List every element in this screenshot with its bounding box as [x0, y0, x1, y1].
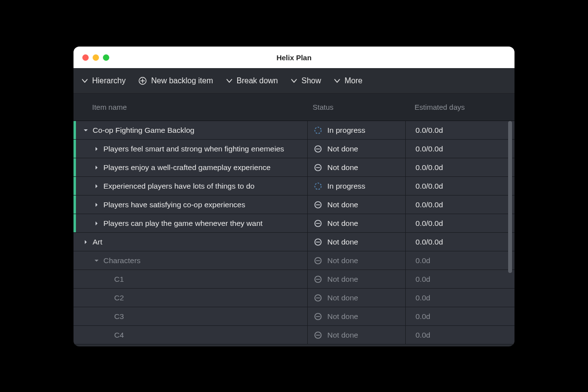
table-row[interactable]: Co-op Fighting Game BacklogIn progress0.… [74, 121, 514, 140]
disclosure-down-icon[interactable] [93, 258, 100, 263]
cell-item-name[interactable]: Players feel smart and strong when fight… [74, 140, 308, 158]
cell-item-name[interactable]: Art [74, 233, 308, 251]
item-name-text: C3 [114, 312, 124, 321]
cell-estimated-days[interactable]: 0.0d [406, 270, 514, 288]
cell-status[interactable]: Not done [308, 289, 406, 307]
cell-status[interactable]: In progress [308, 121, 406, 139]
rows-container: Co-op Fighting Game BacklogIn progress0.… [74, 121, 514, 344]
titlebar: Helix Plan [74, 47, 514, 68]
item-name-text: Co-op Fighting Game Backlog [93, 126, 195, 135]
cell-estimated-days[interactable]: 0.0d [406, 251, 514, 270]
cell-status[interactable]: Not done [308, 196, 406, 214]
cell-item-name[interactable]: Players enjoy a well-crafted gameplay ex… [74, 158, 308, 176]
column-item-name[interactable]: Item name [74, 103, 308, 111]
disclosure-right-icon[interactable] [93, 221, 100, 226]
status-in-progress-icon [314, 126, 322, 135]
cell-estimated-days[interactable]: 0.0d [406, 289, 514, 307]
row-accent [74, 196, 76, 214]
table-row[interactable]: C1Not done0.0d [74, 270, 514, 289]
disclosure-right-icon[interactable] [82, 240, 90, 245]
status-text: Not done [327, 238, 358, 246]
status-text: Not done [327, 312, 358, 321]
disclosure-right-icon[interactable] [93, 202, 100, 207]
new-backlog-item-label: New backlog item [151, 76, 213, 85]
more-menu[interactable]: More [334, 76, 362, 85]
maximize-window-button[interactable] [103, 54, 109, 61]
cell-item-name[interactable]: Players can play the game whenever they … [74, 214, 308, 232]
disclosure-right-icon[interactable] [93, 184, 100, 189]
table-row[interactable]: Players can play the game whenever they … [74, 214, 514, 233]
row-accent [74, 289, 76, 307]
cell-status[interactable]: Not done [308, 251, 406, 270]
cell-item-name[interactable]: C2 [74, 289, 308, 307]
cell-item-name[interactable]: Co-op Fighting Game Backlog [74, 121, 308, 139]
cell-item-name[interactable]: C4 [74, 326, 308, 344]
table-row[interactable]: Players feel smart and strong when fight… [74, 140, 514, 158]
cell-item-name[interactable]: Characters [74, 251, 308, 270]
cell-status[interactable]: Not done [308, 214, 406, 232]
cell-estimated-days[interactable]: 0.0/0.0d [406, 121, 514, 139]
estimated-days-text: 0.0/0.0d [416, 238, 443, 246]
cell-estimated-days[interactable]: 0.0d [406, 307, 514, 325]
rows-viewport: Co-op Fighting Game BacklogIn progress0.… [74, 121, 514, 346]
table-row[interactable]: C4Not done0.0d [74, 326, 514, 344]
cell-estimated-days[interactable]: 0.0/0.0d [406, 233, 514, 251]
estimated-days-text: 0.0/0.0d [416, 126, 443, 135]
status-text: In progress [327, 126, 366, 135]
close-window-button[interactable] [82, 54, 89, 61]
cell-estimated-days[interactable]: 0.0/0.0d [406, 196, 514, 214]
estimated-days-text: 0.0d [416, 275, 430, 284]
cell-status[interactable]: Not done [308, 140, 406, 158]
break-down-menu[interactable]: Break down [226, 76, 278, 85]
cell-status[interactable]: Not done [308, 326, 406, 344]
item-name-text: C2 [114, 294, 124, 302]
table-row[interactable]: ArtNot done0.0/0.0d [74, 233, 514, 251]
cell-status[interactable]: Not done [308, 158, 406, 176]
cell-estimated-days[interactable]: 0.0d [406, 326, 514, 344]
disclosure-right-icon[interactable] [93, 165, 100, 170]
status-not-done-icon [314, 145, 322, 153]
more-label: More [344, 76, 362, 85]
row-accent [74, 270, 76, 288]
hierarchy-menu[interactable]: Hierarchy [81, 76, 125, 85]
status-text: Not done [327, 219, 358, 228]
cell-status[interactable]: Not done [308, 270, 406, 288]
minimize-window-button[interactable] [93, 54, 99, 61]
column-estimated-days[interactable]: Estimated days [406, 103, 514, 111]
table-row[interactable]: C2Not done0.0d [74, 289, 514, 307]
cell-estimated-days[interactable]: 0.0/0.0d [406, 214, 514, 232]
cell-status[interactable]: Not done [308, 307, 406, 325]
status-not-done-icon [314, 163, 322, 172]
item-name-text: Art [93, 238, 102, 246]
row-accent [74, 158, 76, 176]
status-text: Not done [327, 294, 358, 302]
table-row[interactable]: Experienced players have lots of things … [74, 177, 514, 196]
item-name-text: Players enjoy a well-crafted gameplay ex… [103, 163, 270, 172]
show-menu[interactable]: Show [291, 76, 321, 85]
disclosure-down-icon[interactable] [82, 128, 90, 133]
table-row[interactable]: Players have satisfying co-op experience… [74, 196, 514, 214]
column-headers: Item name Status Estimated days [74, 94, 514, 121]
status-not-done-icon [314, 256, 322, 265]
cell-item-name[interactable]: C3 [74, 307, 308, 325]
app-window: Helix Plan Hierarchy New backlog item Br… [74, 47, 514, 346]
new-backlog-item-button[interactable]: New backlog item [138, 76, 213, 85]
cell-status[interactable]: Not done [308, 233, 406, 251]
chevron-down-icon [81, 77, 88, 84]
cell-estimated-days[interactable]: 0.0/0.0d [406, 158, 514, 176]
chevron-down-icon [226, 77, 233, 84]
cell-estimated-days[interactable]: 0.0/0.0d [406, 140, 514, 158]
disclosure-right-icon[interactable] [93, 147, 100, 151]
column-status[interactable]: Status [308, 103, 406, 111]
cell-estimated-days[interactable]: 0.0/0.0d [406, 177, 514, 195]
table-row[interactable]: C3Not done0.0d [74, 307, 514, 326]
cell-item-name[interactable]: C1 [74, 270, 308, 288]
table-row[interactable]: Players enjoy a well-crafted gameplay ex… [74, 158, 514, 177]
toolbar: Hierarchy New backlog item Break down Sh… [74, 68, 514, 94]
show-label: Show [301, 76, 321, 85]
cell-status[interactable]: In progress [308, 177, 406, 195]
cell-item-name[interactable]: Experienced players have lots of things … [74, 177, 308, 195]
cell-item-name[interactable]: Players have satisfying co-op experience… [74, 196, 308, 214]
vertical-scrollbar[interactable] [508, 121, 512, 273]
table-row[interactable]: CharactersNot done0.0d [74, 251, 514, 270]
